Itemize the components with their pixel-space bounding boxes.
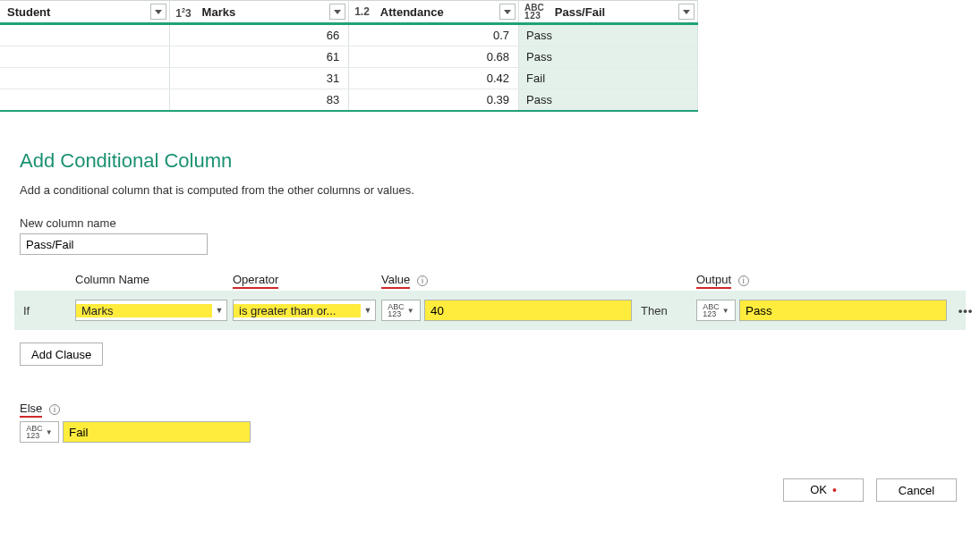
cell-student: [0, 24, 170, 47]
conditional-column-dialog: Add Conditional Column Add a conditional…: [0, 112, 980, 511]
else-input[interactable]: [63, 421, 251, 443]
more-options-button[interactable]: •••: [952, 300, 979, 321]
new-column-label: New column name: [20, 216, 960, 230]
type-icon-any: ABC123: [519, 4, 548, 20]
dialog-title: Add Conditional Column: [20, 149, 960, 173]
cell-attendance: 0.39: [349, 89, 519, 112]
ok-button[interactable]: OK•: [783, 478, 864, 502]
abc123-icon: ABC123: [26, 425, 43, 439]
cell-attendance: 0.68: [349, 47, 519, 68]
cell-marks: 83: [170, 89, 349, 112]
abc123-icon: ABC123: [703, 303, 720, 317]
cell-student: [0, 47, 170, 68]
operator-select[interactable]: is greater than or... ▼: [233, 300, 376, 321]
col-header-marks[interactable]: 123 Marks: [170, 1, 349, 24]
cell-marks: 66: [170, 24, 349, 47]
then-label: Then: [637, 304, 691, 317]
validation-dot-icon: •: [832, 483, 837, 497]
col-header-student[interactable]: Student: [0, 1, 170, 24]
output-type-select[interactable]: ABC123 ▼: [696, 300, 736, 321]
value-input[interactable]: [424, 300, 632, 321]
cancel-button[interactable]: Cancel: [876, 478, 957, 502]
ok-label: OK: [810, 483, 827, 496]
table-row[interactable]: 66 0.7 Pass: [0, 24, 698, 47]
label-output: Output: [696, 273, 731, 289]
chevron-down-icon: ▼: [361, 306, 375, 315]
column-filter-dropdown[interactable]: [150, 4, 166, 20]
abc123-icon: ABC123: [388, 303, 405, 317]
col-header-attendance[interactable]: 1.2 Attendance: [349, 1, 519, 24]
table-row[interactable]: 61 0.68 Pass: [0, 47, 698, 68]
info-icon[interactable]: i: [49, 404, 60, 415]
preview-table: Student 123 Marks: [0, 0, 698, 112]
cell-passfail: Pass: [519, 24, 698, 47]
type-icon-decimal: 1.2: [349, 8, 373, 16]
col-label: Marks: [195, 5, 242, 19]
label-value: Value: [381, 273, 410, 289]
chevron-down-icon: ▼: [407, 307, 414, 315]
cell-passfail: Pass: [519, 89, 698, 112]
cell-passfail: Fail: [519, 68, 698, 89]
operator-value: is greater than or...: [234, 304, 361, 317]
chevron-down-icon: ▼: [722, 307, 729, 315]
label-operator: Operator: [233, 273, 278, 289]
col-label: Student: [0, 5, 55, 19]
cell-marks: 61: [170, 47, 349, 68]
cell-attendance: 0.42: [349, 68, 519, 89]
col-label: Pass/Fail: [548, 5, 610, 19]
col-label: Attendance: [373, 5, 449, 19]
cell-marks: 31: [170, 68, 349, 89]
column-name-value: Marks: [76, 304, 212, 317]
else-label: Else: [20, 402, 42, 418]
cell-passfail: Pass: [519, 47, 698, 68]
col-header-passfail[interactable]: ABC123 Pass/Fail: [519, 1, 698, 24]
add-clause-button[interactable]: Add Clause: [20, 343, 103, 366]
info-icon[interactable]: i: [417, 275, 428, 286]
label-column: Column Name: [75, 273, 149, 286]
column-filter-dropdown[interactable]: [678, 4, 695, 20]
column-name-select[interactable]: Marks ▼: [75, 300, 227, 321]
cell-student: [0, 89, 170, 112]
column-filter-dropdown[interactable]: [499, 4, 516, 20]
condition-row: If Marks ▼ is greater than or... ▼ ABC12…: [14, 291, 966, 330]
info-icon[interactable]: i: [738, 275, 749, 286]
if-label: If: [20, 304, 70, 317]
column-filter-dropdown[interactable]: [329, 4, 345, 20]
chevron-down-icon: ▼: [46, 428, 53, 436]
cell-attendance: 0.7: [349, 24, 519, 47]
dialog-subtitle: Add a conditional column that is compute…: [20, 183, 960, 197]
else-type-select[interactable]: ABC123 ▼: [20, 421, 59, 443]
chevron-down-icon: ▼: [212, 306, 226, 315]
table-row[interactable]: 31 0.42 Fail: [0, 68, 698, 89]
new-column-input[interactable]: [20, 233, 208, 255]
output-input[interactable]: [739, 300, 947, 321]
table-row[interactable]: 83 0.39 Pass: [0, 89, 698, 112]
value-type-select[interactable]: ABC123 ▼: [381, 300, 421, 321]
type-icon-int: 123: [170, 6, 194, 18]
cell-student: [0, 68, 170, 89]
